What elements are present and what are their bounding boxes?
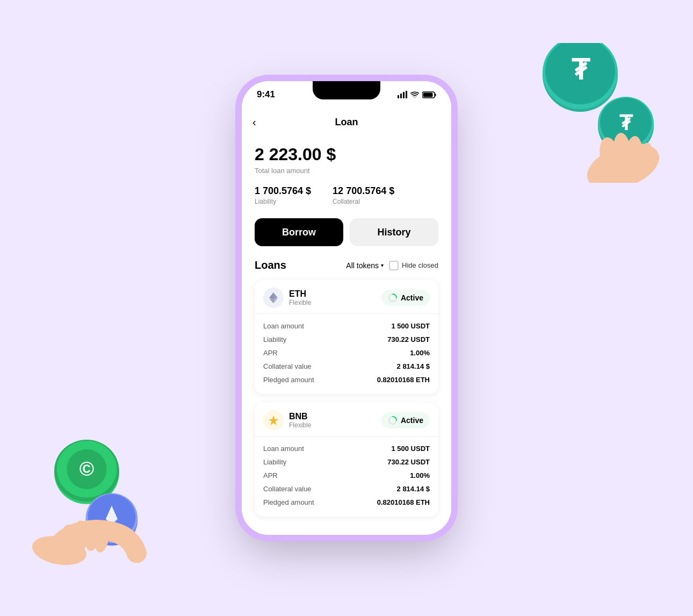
- eth-logo: [267, 291, 280, 304]
- eth-value-0: 1 500 USDT: [391, 322, 430, 330]
- eth-value-2: 1.00%: [410, 349, 430, 357]
- bnb-label-2: APR: [263, 471, 278, 479]
- page-title: Loan: [335, 117, 358, 128]
- bnb-label-1: Liability: [263, 458, 286, 466]
- eth-value-4: 0.82010168 ETH: [377, 376, 430, 384]
- collateral-value: 12 700.5764 $: [333, 185, 394, 197]
- bnb-row-1: Liability 730.22 USDT: [263, 455, 430, 469]
- loans-list: ETH Flexible Active: [255, 280, 438, 517]
- eth-status-text: Active: [401, 293, 423, 302]
- bnb-status-badge: Active: [381, 412, 430, 428]
- phone-notch: [313, 81, 380, 99]
- tab-row: Borrow History: [255, 218, 438, 246]
- filter-button[interactable]: All tokens ▾: [346, 261, 384, 270]
- filter-label: All tokens: [346, 261, 379, 270]
- eth-value-1: 730.22 USDT: [387, 335, 430, 343]
- bnb-status-text: Active: [401, 416, 423, 425]
- eth-label-2: APR: [263, 349, 278, 357]
- bnb-coin-info: BNB Flexible: [263, 410, 311, 431]
- bnb-coin-icon: [263, 410, 284, 431]
- eth-row-2: APR 1.00%: [263, 346, 430, 360]
- collateral-stat: 12 700.5764 $ Collateral: [333, 185, 394, 205]
- eth-row-1: Liability 730.22 USDT: [263, 333, 430, 346]
- status-time: 9:41: [257, 89, 275, 100]
- eth-coin-type: Flexible: [289, 299, 311, 306]
- total-amount-label: Total loan amount: [255, 167, 438, 175]
- svg-rect-30: [403, 92, 405, 98]
- decorative-hand-right: ₮ ₮: [526, 43, 666, 183]
- loan-card-bnb: BNB Flexible Active: [255, 403, 438, 517]
- bnb-active-spinner: [388, 416, 398, 425]
- collateral-label: Collateral: [333, 198, 394, 205]
- bnb-row-0: Loan amount 1 500 USDT: [263, 442, 430, 455]
- liability-stat: 1 700.5764 $ Liability: [255, 185, 311, 205]
- loans-controls: All tokens ▾ Hide closed: [346, 261, 438, 270]
- bnb-row-3: Collateral value 2 814.14 $: [263, 482, 430, 496]
- loan-card-eth-header: ETH Flexible Active: [255, 280, 438, 314]
- bnb-coin-name: BNB: [289, 412, 311, 421]
- liability-label: Liability: [255, 198, 311, 205]
- loans-header: Loans All tokens ▾ Hide closed: [255, 259, 438, 271]
- loan-card-bnb-header: BNB Flexible Active: [255, 403, 438, 436]
- signal-icon: [398, 91, 407, 98]
- chevron-down-icon: ▾: [381, 262, 384, 268]
- loans-title: Loans: [255, 259, 286, 271]
- bnb-value-3: 2 814.14 $: [397, 485, 430, 493]
- bnb-label-0: Loan amount: [263, 445, 304, 453]
- status-icons: [398, 91, 436, 98]
- hide-closed-checkbox[interactable]: [389, 261, 399, 270]
- eth-coin-info: ETH Flexible: [263, 288, 311, 308]
- bnb-label-3: Collateral value: [263, 485, 312, 493]
- tab-history[interactable]: History: [350, 218, 438, 246]
- svg-rect-29: [400, 94, 402, 98]
- back-button[interactable]: ‹: [252, 116, 256, 128]
- eth-label-3: Collateral value: [263, 362, 312, 370]
- stats-row: 1 700.5764 $ Liability 12 700.5764 $ Col…: [255, 185, 438, 205]
- svg-rect-33: [423, 92, 433, 97]
- bnb-coin-details: BNB Flexible: [289, 412, 311, 429]
- bnb-label-4: Pledged amount: [263, 498, 314, 506]
- eth-active-spinner: [388, 293, 398, 303]
- eth-value-3: 2 814.14 $: [397, 362, 430, 370]
- bnb-logo: [267, 414, 280, 427]
- eth-coin-name: ETH: [289, 289, 311, 299]
- phone-shell: 9:41: [242, 81, 451, 535]
- eth-label-0: Loan amount: [263, 322, 304, 330]
- svg-rect-31: [406, 91, 407, 98]
- eth-loan-details: Loan amount 1 500 USDT Liability 730.22 …: [255, 314, 438, 394]
- nav-header: ‹ Loan: [242, 108, 451, 136]
- eth-coin-details: ETH Flexible: [289, 289, 311, 306]
- eth-label-1: Liability: [263, 335, 286, 343]
- bnb-value-4: 0.82010168 ETH: [377, 498, 430, 506]
- liability-value: 1 700.5764 $: [255, 185, 311, 197]
- hide-closed-label: Hide closed: [402, 261, 438, 269]
- bnb-value-0: 1 500 USDT: [391, 445, 430, 453]
- eth-row-4: Pledged amount 0.82010168 ETH: [263, 373, 430, 386]
- bnb-row-2: APR 1.00%: [263, 469, 430, 482]
- bnb-coin-type: Flexible: [289, 421, 311, 429]
- svg-rect-34: [435, 94, 436, 96]
- bnb-value-1: 730.22 USDT: [387, 458, 430, 466]
- bnb-row-4: Pledged amount 0.82010168 ETH: [263, 496, 430, 509]
- svg-rect-28: [398, 95, 399, 98]
- svg-marker-40: [269, 416, 278, 425]
- wifi-icon: [410, 91, 419, 98]
- bnb-value-2: 1.00%: [410, 471, 430, 479]
- bnb-loan-details: Loan amount 1 500 USDT Liability 730.22 …: [255, 436, 438, 517]
- total-amount-value: 2 223.00 $: [255, 145, 438, 164]
- battery-icon: [422, 91, 436, 98]
- main-content: 2 223.00 $ Total loan amount 1 700.5764 …: [242, 136, 451, 535]
- eth-status-badge: Active: [381, 290, 430, 306]
- svg-text:₮: ₮: [619, 112, 633, 134]
- decorative-hand-left: ©: [27, 433, 167, 573]
- eth-row-0: Loan amount 1 500 USDT: [263, 319, 430, 333]
- loan-card-eth: ETH Flexible Active: [255, 280, 438, 394]
- eth-row-3: Collateral value 2 814.14 $: [263, 360, 430, 373]
- svg-text:©: ©: [80, 457, 94, 480]
- eth-coin-icon: [263, 288, 284, 308]
- tab-borrow[interactable]: Borrow: [255, 218, 343, 246]
- hide-closed-toggle[interactable]: Hide closed: [389, 261, 438, 270]
- svg-text:₮: ₮: [572, 54, 590, 85]
- eth-label-4: Pledged amount: [263, 376, 314, 384]
